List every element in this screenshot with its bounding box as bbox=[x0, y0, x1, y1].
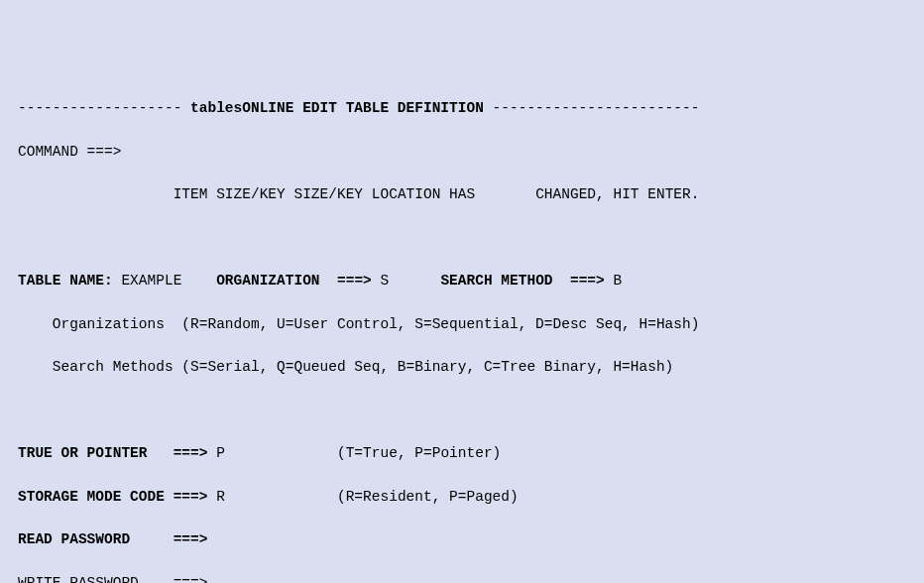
storage-mode-label: STORAGE MODE CODE ===> bbox=[18, 489, 207, 505]
legend-organizations: Organizations (R=Random, U=User Control,… bbox=[18, 314, 906, 336]
status-right: CHANGED, HIT ENTER. bbox=[535, 186, 699, 202]
search-method-value[interactable]: B bbox=[613, 273, 622, 289]
title-line: ------------------- tablesONLINE EDIT TA… bbox=[18, 98, 906, 120]
field-true-or-pointer: TRUE OR POINTER ===> P (T=True, P=Pointe… bbox=[18, 443, 906, 465]
read-password-value[interactable] bbox=[216, 531, 337, 547]
field-storage-mode: STORAGE MODE CODE ===> R (R=Resident, P=… bbox=[18, 487, 906, 509]
write-password-value[interactable] bbox=[216, 575, 337, 584]
legend-search-methods: Search Methods (S=Serial, Q=Queued Seq, … bbox=[18, 357, 906, 379]
true-or-pointer-hint: (T=True, P=Pointer) bbox=[337, 445, 501, 461]
organization-value[interactable]: S bbox=[381, 273, 390, 289]
command-label: COMMAND ===> bbox=[18, 144, 121, 160]
organization-label: ORGANIZATION ===> bbox=[216, 273, 372, 289]
read-password-label: READ PASSWORD ===> bbox=[18, 531, 207, 547]
dash-left: ------------------- bbox=[18, 100, 190, 116]
status-line: ITEM SIZE/KEY SIZE/KEY LOCATION HAS CHAN… bbox=[18, 184, 906, 206]
table-name-value[interactable]: EXAMPLE bbox=[121, 273, 181, 289]
top-fields-line: TABLE NAME: EXAMPLE ORGANIZATION ===> S … bbox=[18, 271, 906, 292]
blank-line-2 bbox=[18, 401, 906, 422]
blank-line-1 bbox=[18, 228, 906, 250]
field-write-password: WRITE PASSWORD ===> bbox=[18, 573, 906, 584]
screen-title: tablesONLINE EDIT TABLE DEFINITION bbox=[190, 100, 484, 116]
table-name-label: TABLE NAME: bbox=[18, 273, 113, 289]
field-read-password: READ PASSWORD ===> bbox=[18, 529, 906, 551]
storage-mode-value[interactable]: R bbox=[216, 489, 337, 505]
true-or-pointer-label: TRUE OR POINTER ===> bbox=[18, 445, 207, 461]
command-line: COMMAND ===> bbox=[18, 142, 906, 164]
write-password-label: WRITE PASSWORD ===> bbox=[18, 575, 207, 584]
dash-right: ------------------------ bbox=[484, 100, 700, 116]
true-or-pointer-value[interactable]: P bbox=[216, 445, 337, 461]
search-method-label: SEARCH METHOD ===> bbox=[440, 273, 604, 289]
status-left: ITEM SIZE/KEY SIZE/KEY LOCATION HAS bbox=[173, 186, 476, 202]
storage-mode-hint: (R=Resident, P=Paged) bbox=[337, 489, 519, 505]
